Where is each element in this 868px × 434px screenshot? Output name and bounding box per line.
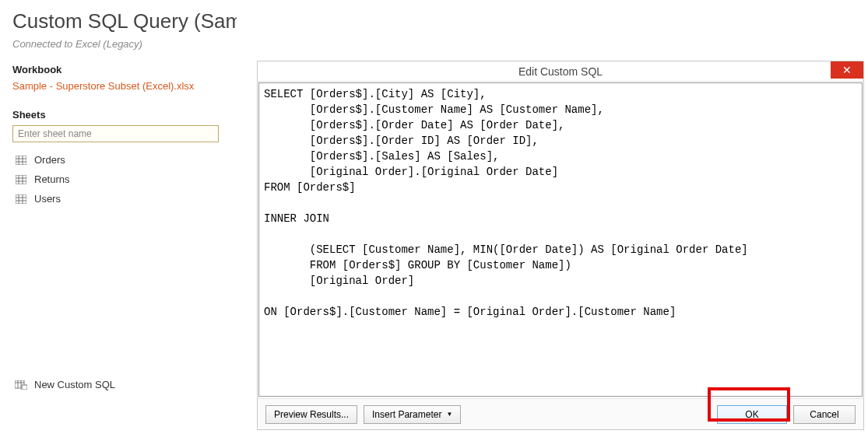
sheet-search-input[interactable] — [12, 125, 219, 142]
preview-results-button[interactable]: Preview Results... — [265, 405, 357, 424]
svg-rect-10 — [16, 194, 26, 204]
workbook-file-link[interactable]: Sample - Superstore Subset (Excel).xlsx — [12, 80, 237, 92]
sheet-item-label: Returns — [34, 173, 70, 185]
page-title: Custom SQL Query (Sample - Superst... — [12, 9, 237, 33]
close-icon: ✕ — [842, 64, 852, 76]
sheets-heading: Sheets — [12, 109, 237, 121]
sheet-item-label: Orders — [34, 154, 65, 166]
table-icon — [14, 155, 28, 166]
left-panel: Custom SQL Query (Sample - Superst... Co… — [0, 0, 249, 434]
new-custom-sql-button[interactable]: New Custom SQL — [14, 379, 115, 390]
svg-rect-19 — [22, 385, 27, 390]
edit-custom-sql-dialog: Edit Custom SQL ✕ Preview Results... Ins… — [257, 61, 864, 430]
sql-icon — [14, 380, 28, 390]
sql-editor[interactable] — [258, 82, 863, 397]
button-label: OK — [745, 409, 758, 420]
chevron-down-icon: ▼ — [446, 411, 452, 418]
ok-button[interactable]: OK — [717, 405, 787, 424]
button-label: Cancel — [810, 409, 838, 420]
insert-parameter-button[interactable]: Insert Parameter ▼ — [364, 405, 461, 424]
cancel-button[interactable]: Cancel — [793, 405, 856, 424]
new-custom-sql-label: New Custom SQL — [34, 379, 115, 390]
svg-rect-0 — [16, 156, 26, 165]
dialog-title: Edit Custom SQL — [518, 65, 603, 78]
close-button[interactable]: ✕ — [831, 61, 863, 79]
workbook-heading: Workbook — [12, 64, 237, 75]
sheet-item-users[interactable]: Users — [12, 189, 237, 208]
table-icon — [14, 194, 28, 205]
button-label: Preview Results... — [274, 409, 349, 420]
sheet-list: Orders Returns Users — [12, 150, 237, 208]
sheet-item-returns[interactable]: Returns — [12, 170, 237, 189]
table-icon — [14, 174, 28, 185]
svg-rect-5 — [16, 175, 26, 184]
sheet-item-orders[interactable]: Orders — [12, 150, 237, 170]
connection-status: Connected to Excel (Legacy) — [12, 38, 237, 50]
dialog-button-bar: Preview Results... Insert Parameter ▼ OK… — [258, 398, 863, 429]
button-label: Insert Parameter — [372, 409, 441, 420]
dialog-titlebar: Edit Custom SQL ✕ — [258, 61, 863, 82]
sheet-item-label: Users — [34, 193, 61, 205]
